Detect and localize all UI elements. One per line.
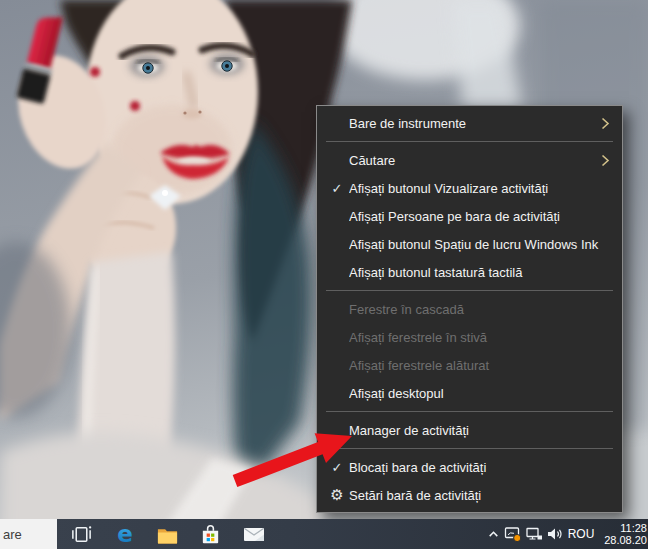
taskbar-icon-microsoft-store[interactable] — [189, 519, 232, 549]
tray-icon-network[interactable] — [523, 519, 544, 549]
menu-item-label: Afișați butonul Vizualizare activități — [349, 181, 601, 196]
screenshot-root: Bare de instrumenteCăutare✓Afișați buton… — [0, 0, 648, 549]
taskbar-search-text: are — [3, 527, 22, 542]
menu-item-label: Afișați butonul tastatură tactilă — [349, 265, 601, 280]
taskbar-icon-file-explorer[interactable] — [146, 519, 189, 549]
menu-item-cascade-windows: Ferestre în cascadă — [317, 295, 622, 323]
menu-item-toolbars[interactable]: Bare de instrumente — [317, 109, 622, 137]
menu-item-show-touch-keyboard[interactable]: Afișați butonul tastatură tactilă — [317, 258, 622, 286]
taskbar-context-menu: Bare de instrumenteCăutare✓Afișați buton… — [316, 105, 623, 513]
menu-item-show-task-view-button[interactable]: ✓Afișați butonul Vizualizare activități — [317, 174, 622, 202]
tray-icon-show-hidden-chevron[interactable] — [485, 519, 502, 549]
submenu-chevron-icon — [601, 117, 610, 130]
menu-item-label: Căutare — [349, 153, 601, 168]
menu-item-show-windows-ink[interactable]: Afișați butonul Spațiu de lucru Windows … — [317, 230, 622, 258]
clock-date: 28.08.20 — [597, 534, 647, 546]
menu-item-label: Ferestre în cascadă — [349, 302, 601, 317]
menu-item-label: Afișați ferestrele alăturat — [349, 358, 601, 373]
menu-item-search[interactable]: Căutare — [317, 146, 622, 174]
menu-item-label: Bare de instrumente — [349, 116, 601, 131]
menu-item-label: Manager de activități — [349, 423, 601, 438]
svg-text:e: e — [117, 522, 133, 546]
submenu-chevron-icon — [601, 154, 610, 167]
menu-separator — [326, 411, 613, 412]
system-tray: ROU 11:28 28.08.20 — [485, 519, 648, 549]
tray-icon-volume[interactable] — [544, 519, 565, 549]
menu-separator — [326, 290, 613, 291]
taskbar: are e ROU 11:28 28.08.20 — [0, 519, 648, 549]
menu-item-label: Afișați butonul Spațiu de lucru Windows … — [349, 237, 601, 252]
menu-item-label: Afișați Persoane pe bara de activități — [349, 209, 601, 224]
clock[interactable]: 11:28 28.08.20 — [597, 522, 648, 546]
menu-item-show-desktop[interactable]: Afișați desktopul — [317, 379, 622, 407]
menu-item-label: Setări bară de activități — [349, 488, 601, 503]
gear-icon: ⚙ — [325, 486, 349, 504]
checkmark-icon: ✓ — [325, 460, 349, 475]
tray-icons — [485, 519, 565, 549]
menu-item-show-windows-stacked: Afișați ferestrele în stivă — [317, 323, 622, 351]
language-indicator[interactable]: ROU — [565, 527, 597, 541]
menu-separator — [326, 448, 613, 449]
taskbar-app-icons: e — [60, 519, 275, 549]
menu-item-lock-taskbar[interactable]: ✓Blocați bara de activități — [317, 453, 622, 481]
menu-item-taskbar-settings[interactable]: ⚙Setări bară de activități — [317, 481, 622, 509]
taskbar-search[interactable]: are — [0, 519, 57, 549]
taskbar-icon-mail[interactable] — [232, 519, 275, 549]
taskbar-icon-task-view[interactable] — [60, 519, 103, 549]
checkmark-icon: ✓ — [325, 181, 349, 196]
menu-item-task-manager[interactable]: Manager de activități — [317, 416, 622, 444]
tray-icon-display-status[interactable] — [502, 519, 523, 549]
clock-time: 11:28 — [597, 522, 647, 534]
menu-item-label: Afișați ferestrele în stivă — [349, 330, 601, 345]
menu-separator — [326, 141, 613, 142]
taskbar-icon-edge[interactable]: e — [103, 519, 146, 549]
menu-item-show-windows-side-by-side: Afișați ferestrele alăturat — [317, 351, 622, 379]
menu-item-label: Blocați bara de activități — [349, 460, 601, 475]
menu-item-show-people[interactable]: Afișați Persoane pe bara de activități — [317, 202, 622, 230]
menu-item-label: Afișați desktopul — [349, 386, 601, 401]
